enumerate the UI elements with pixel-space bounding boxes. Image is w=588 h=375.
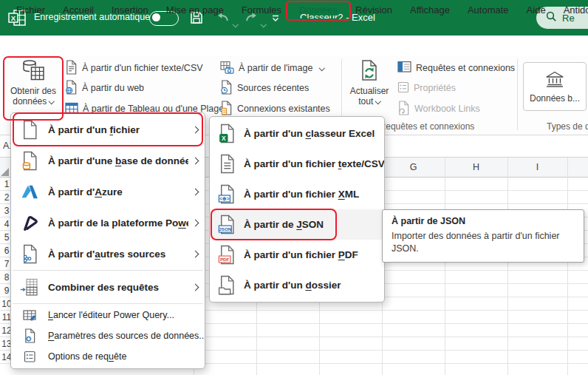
chevron-right-icon [188, 285, 202, 290]
combine-queries-icon [11, 278, 48, 296]
submenu-item-label: À partir d'un fichier PDF [244, 249, 384, 260]
refresh-all-icon [358, 59, 380, 84]
tab-aide[interactable]: Aide [518, 0, 555, 21]
submenu-item-label: À partir d'un fichier XML [244, 189, 384, 200]
chevron-right-icon [188, 158, 202, 163]
tab-formules[interactable]: Formules [233, 0, 290, 21]
workbook-links-button: Workbook Links [397, 101, 480, 117]
folder-file-icon [210, 275, 244, 295]
column-header-I[interactable]: I [507, 158, 567, 177]
other-sources-icon [11, 244, 48, 264]
menu-item-label: À partir d'autres sources [48, 249, 188, 260]
menu-item-label: Options de requête [48, 351, 205, 362]
submenu-item-folder[interactable]: À partir d'un dossier [210, 270, 384, 300]
menu-item-label: À partir d'Azure [48, 186, 188, 197]
menu-item-from-other-sources[interactable]: À partir d'autres sources [11, 238, 205, 269]
text-csv-file-icon [210, 154, 244, 174]
menu-separator [13, 270, 203, 271]
excel-workbook-icon: X [210, 124, 244, 143]
tab-accueil[interactable]: Accueil [54, 0, 103, 21]
menu-item-label: À partir d'une base de données [48, 155, 188, 166]
get-data-menu: À partir d'un fichier À partir d'une bas… [10, 112, 205, 369]
existing-connections-button[interactable]: Connexions existantes [220, 101, 330, 117]
group-label-data-types: Types de d... [547, 121, 588, 132]
chevron-right-icon [188, 220, 202, 226]
data-source-settings-icon [11, 328, 48, 343]
get-data-label-line1: Obtenir des [10, 86, 56, 96]
menu-item-from-database[interactable]: À partir d'une base de données [11, 145, 205, 176]
column-header-H[interactable]: H [445, 158, 507, 177]
menu-item-from-power-platform[interactable]: À partir de la plateforme Power [11, 207, 205, 238]
tab-mise-en-page[interactable]: Mise en page [157, 0, 233, 21]
from-text-csv-button[interactable]: À partir d'un fichier texte/CSV [65, 60, 203, 76]
group-label-queries: Requêtes et connexions [368, 121, 486, 132]
power-query-editor-icon [11, 308, 48, 322]
from-image-icon [220, 61, 234, 76]
from-web-button[interactable]: À partir du web [65, 80, 144, 96]
ribbon-tab-bar: Fichier Accueil Insertion Mise en page F… [0, 0, 588, 21]
refresh-label-line2: tout [358, 96, 380, 107]
text-csv-file-icon [65, 60, 78, 77]
workbook-links-icon [397, 101, 410, 118]
tab-antidote[interactable]: Antidote [555, 0, 588, 21]
tooltip-body: Importer des données à partir d'un fichi… [392, 230, 575, 255]
existing-connections-icon [220, 101, 233, 118]
submenu-item-excel-workbook[interactable]: X À partir d'un classeur Excel [210, 118, 384, 149]
xml-file-icon: <⊕> [210, 184, 244, 204]
svg-text:<⊕>: <⊕> [219, 196, 230, 201]
menu-item-label: À partir d'un fichier [48, 124, 188, 135]
properties-icon [397, 81, 409, 95]
grid-column-line [507, 158, 508, 375]
database-table-icon [21, 58, 45, 84]
grid-column-line [567, 158, 568, 375]
excel-window: { "title_bar": { "autosave_label": "Enre… [0, 0, 588, 375]
submenu-item-xml[interactable]: <⊕> À partir d'un fichier XML [210, 179, 384, 209]
recent-sources-button[interactable]: Sources récentes [220, 80, 309, 96]
from-file-submenu: X À partir d'un classeur Excel À partir … [209, 116, 385, 303]
menu-item-launch-power-query-editor[interactable]: Lancer l'éditeur Power Query... [11, 305, 205, 325]
tab-affichage[interactable]: Affichage [401, 0, 459, 21]
get-data-label-line2: données [13, 96, 54, 107]
tab-donnees[interactable]: Données [290, 0, 346, 21]
tab-insertion[interactable]: Insertion [103, 0, 157, 21]
tab-fichier[interactable]: Fichier [7, 0, 54, 21]
svg-text:JSON: JSON [219, 226, 231, 232]
submenu-item-pdf[interactable]: PDF À partir d'un fichier PDF [210, 240, 384, 270]
select-all-corner[interactable] [1, 168, 9, 176]
column-header-G[interactable]: G [382, 158, 445, 177]
web-file-icon [65, 80, 78, 97]
tab-automate[interactable]: Automate [459, 0, 518, 21]
svg-text:PDF: PDF [220, 257, 230, 262]
submenu-item-label: À partir d'un dossier [244, 280, 384, 291]
queries-connections-button[interactable]: Requêtes et connexions [397, 60, 515, 76]
menu-item-label: Paramètres des sources de données... [48, 331, 205, 341]
menu-item-combine-queries[interactable]: Combiner des requêtes [11, 271, 205, 303]
menu-item-data-source-settings[interactable]: Paramètres des sources de données... [11, 325, 205, 346]
get-data-button[interactable]: Obtenir des données [6, 58, 61, 119]
data-types-button[interactable]: Données b... [523, 62, 587, 111]
tooltip-title: À partir de JSON [392, 216, 575, 226]
query-options-icon [11, 351, 48, 363]
azure-icon [11, 183, 48, 200]
menu-item-from-azure[interactable]: À partir d'Azure [11, 176, 205, 207]
power-platform-icon [11, 214, 48, 232]
json-tooltip: À partir de JSON Importer des données à … [382, 209, 584, 263]
bank-icon [544, 70, 565, 90]
menu-item-label: Combiner des requêtes [48, 282, 188, 293]
from-image-button[interactable]: À partir de l'image [220, 60, 324, 76]
submenu-item-text-csv[interactable]: À partir d'un fichier texte/CSV [210, 149, 384, 179]
queries-connections-icon [397, 61, 411, 75]
tab-revision[interactable]: Révision [346, 0, 401, 21]
menu-item-query-options[interactable]: Options de requête [11, 346, 205, 367]
chevron-right-icon [188, 189, 202, 195]
submenu-item-label: À partir d'un classeur Excel [244, 128, 384, 139]
submenu-item-label: À partir d'un fichier texte/CSV [244, 158, 384, 169]
menu-item-from-file[interactable]: À partir d'un fichier [11, 114, 205, 145]
file-icon [11, 120, 48, 140]
menu-item-label: Lancer l'éditeur Power Query... [48, 310, 205, 320]
json-file-icon: JSON [210, 214, 244, 234]
submenu-item-json[interactable]: JSON À partir de JSON [210, 209, 384, 240]
refresh-all-button[interactable]: Actualiser tout [344, 59, 394, 118]
chevron-right-icon [188, 251, 202, 257]
refresh-label-line1: Actualiser [350, 86, 389, 96]
